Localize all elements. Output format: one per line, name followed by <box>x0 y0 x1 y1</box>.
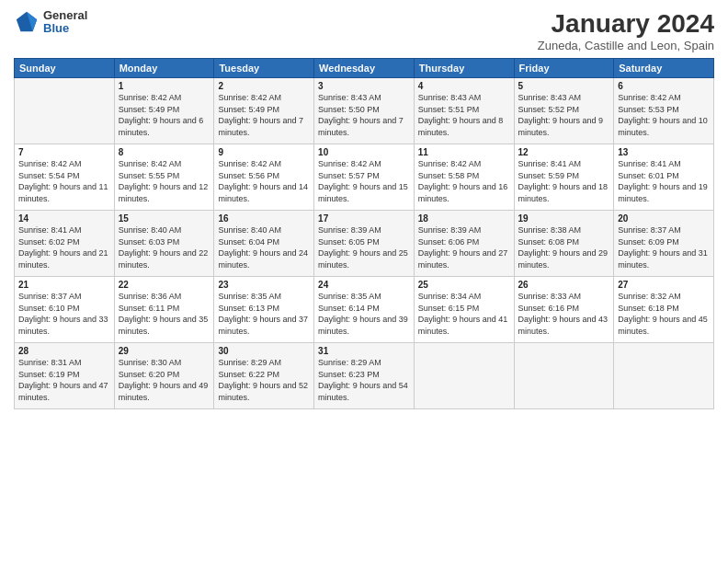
location: Zuneda, Castille and Leon, Spain <box>538 39 714 52</box>
day-number: 20 <box>618 213 710 224</box>
cell-text: Sunrise: 8:32 AMSunset: 6:18 PMDaylight:… <box>618 291 710 337</box>
day-number: 3 <box>318 81 410 91</box>
cell-text: Sunrise: 8:31 AMSunset: 6:19 PMDaylight:… <box>18 357 110 403</box>
cell-text: Sunrise: 8:39 AMSunset: 6:06 PMDaylight:… <box>418 224 510 270</box>
calendar-week-row: 21Sunrise: 8:37 AMSunset: 6:10 PMDayligh… <box>15 277 714 343</box>
day-number: 17 <box>318 213 410 224</box>
cell-text: Sunrise: 8:36 AMSunset: 6:11 PMDaylight:… <box>119 291 210 337</box>
calendar-cell: 2Sunrise: 8:42 AMSunset: 5:49 PMDaylight… <box>214 78 314 144</box>
cell-text: Sunrise: 8:33 AMSunset: 6:16 PMDaylight:… <box>518 291 610 337</box>
day-number: 6 <box>618 81 710 91</box>
page: General Blue January 2024 Zuneda, Castil… <box>0 0 728 563</box>
cell-text: Sunrise: 8:43 AMSunset: 5:50 PMDaylight:… <box>318 92 410 138</box>
day-number: 15 <box>119 213 210 224</box>
calendar-cell: 17Sunrise: 8:39 AMSunset: 6:05 PMDayligh… <box>314 211 415 277</box>
calendar-cell: 11Sunrise: 8:42 AMSunset: 5:58 PMDayligh… <box>414 144 514 211</box>
calendar-cell: 31Sunrise: 8:29 AMSunset: 6:23 PMDayligh… <box>314 343 415 409</box>
day-number: 31 <box>318 346 410 356</box>
calendar-cell: 15Sunrise: 8:40 AMSunset: 6:03 PMDayligh… <box>114 211 214 277</box>
day-number: 4 <box>418 81 510 91</box>
calendar-week-row: 1Sunrise: 8:42 AMSunset: 5:49 PMDaylight… <box>15 78 714 144</box>
weekday-header: Sunday <box>15 59 115 78</box>
calendar-cell <box>15 78 115 144</box>
cell-text: Sunrise: 8:35 AMSunset: 6:13 PMDaylight:… <box>218 291 310 337</box>
cell-text: Sunrise: 8:41 AMSunset: 5:59 PMDaylight:… <box>518 158 610 204</box>
calendar-cell: 20Sunrise: 8:37 AMSunset: 6:09 PMDayligh… <box>614 211 714 277</box>
day-number: 13 <box>618 147 710 157</box>
calendar-week-row: 14Sunrise: 8:41 AMSunset: 6:02 PMDayligh… <box>15 211 714 277</box>
cell-text: Sunrise: 8:42 AMSunset: 5:53 PMDaylight:… <box>618 92 710 138</box>
calendar-cell: 30Sunrise: 8:29 AMSunset: 6:22 PMDayligh… <box>214 343 314 409</box>
calendar-cell: 5Sunrise: 8:43 AMSunset: 5:52 PMDaylight… <box>514 78 614 144</box>
cell-text: Sunrise: 8:37 AMSunset: 6:10 PMDaylight:… <box>18 291 110 337</box>
calendar-cell: 29Sunrise: 8:30 AMSunset: 6:20 PMDayligh… <box>114 343 214 409</box>
day-number: 9 <box>218 147 310 157</box>
calendar-cell <box>414 343 514 409</box>
cell-text: Sunrise: 8:29 AMSunset: 6:23 PMDaylight:… <box>318 357 410 403</box>
day-number: 21 <box>18 280 110 290</box>
day-number: 11 <box>418 147 510 157</box>
day-number: 2 <box>218 81 310 91</box>
weekday-header: Monday <box>114 59 214 78</box>
calendar-cell: 9Sunrise: 8:42 AMSunset: 5:56 PMDaylight… <box>214 144 314 211</box>
calendar-cell: 16Sunrise: 8:40 AMSunset: 6:04 PMDayligh… <box>214 211 314 277</box>
logo-text: General Blue <box>43 9 87 36</box>
day-number: 14 <box>18 213 110 224</box>
calendar-table: SundayMondayTuesdayWednesdayThursdayFrid… <box>14 58 714 409</box>
calendar-cell <box>514 343 614 409</box>
cell-text: Sunrise: 8:42 AMSunset: 5:54 PMDaylight:… <box>18 158 110 204</box>
cell-text: Sunrise: 8:42 AMSunset: 5:55 PMDaylight:… <box>119 158 210 204</box>
day-number: 22 <box>119 280 210 290</box>
day-number: 27 <box>618 280 710 290</box>
logo: General Blue <box>14 9 87 36</box>
calendar-cell: 18Sunrise: 8:39 AMSunset: 6:06 PMDayligh… <box>414 211 514 277</box>
day-number: 24 <box>318 280 410 290</box>
day-number: 23 <box>218 280 310 290</box>
cell-text: Sunrise: 8:34 AMSunset: 6:15 PMDaylight:… <box>418 291 510 337</box>
calendar-cell: 1Sunrise: 8:42 AMSunset: 5:49 PMDaylight… <box>114 78 214 144</box>
calendar-cell: 24Sunrise: 8:35 AMSunset: 6:14 PMDayligh… <box>314 277 415 343</box>
cell-text: Sunrise: 8:40 AMSunset: 6:04 PMDaylight:… <box>218 224 310 270</box>
calendar-cell: 6Sunrise: 8:42 AMSunset: 5:53 PMDaylight… <box>614 78 714 144</box>
weekday-header: Friday <box>514 59 614 78</box>
calendar-cell: 10Sunrise: 8:42 AMSunset: 5:57 PMDayligh… <box>314 144 415 211</box>
cell-text: Sunrise: 8:35 AMSunset: 6:14 PMDaylight:… <box>318 291 410 337</box>
cell-text: Sunrise: 8:42 AMSunset: 5:49 PMDaylight:… <box>218 92 310 138</box>
calendar-cell <box>614 343 714 409</box>
day-number: 25 <box>418 280 510 290</box>
calendar-cell: 19Sunrise: 8:38 AMSunset: 6:08 PMDayligh… <box>514 211 614 277</box>
cell-text: Sunrise: 8:38 AMSunset: 6:08 PMDaylight:… <box>518 224 610 270</box>
weekday-header: Saturday <box>614 59 714 78</box>
day-number: 28 <box>18 346 110 356</box>
weekday-header: Wednesday <box>314 59 415 78</box>
weekday-header: Thursday <box>414 59 514 78</box>
day-number: 8 <box>119 147 210 157</box>
cell-text: Sunrise: 8:41 AMSunset: 6:01 PMDaylight:… <box>618 158 710 204</box>
cell-text: Sunrise: 8:30 AMSunset: 6:20 PMDaylight:… <box>119 357 210 403</box>
logo-general-text: General <box>43 9 87 22</box>
calendar-cell: 25Sunrise: 8:34 AMSunset: 6:15 PMDayligh… <box>414 277 514 343</box>
calendar-week-row: 28Sunrise: 8:31 AMSunset: 6:19 PMDayligh… <box>15 343 714 409</box>
calendar-cell: 27Sunrise: 8:32 AMSunset: 6:18 PMDayligh… <box>614 277 714 343</box>
day-number: 30 <box>218 346 310 356</box>
calendar-cell: 22Sunrise: 8:36 AMSunset: 6:11 PMDayligh… <box>114 277 214 343</box>
header: General Blue January 2024 Zuneda, Castil… <box>14 9 714 52</box>
day-number: 5 <box>518 81 610 91</box>
day-number: 1 <box>119 81 210 91</box>
month-title: January 2024 <box>538 9 714 39</box>
cell-text: Sunrise: 8:40 AMSunset: 6:03 PMDaylight:… <box>119 224 210 270</box>
calendar-cell: 3Sunrise: 8:43 AMSunset: 5:50 PMDaylight… <box>314 78 415 144</box>
day-number: 19 <box>518 213 610 224</box>
day-number: 26 <box>518 280 610 290</box>
calendar-cell: 28Sunrise: 8:31 AMSunset: 6:19 PMDayligh… <box>15 343 115 409</box>
day-number: 18 <box>418 213 510 224</box>
cell-text: Sunrise: 8:43 AMSunset: 5:51 PMDaylight:… <box>418 92 510 138</box>
day-number: 12 <box>518 147 610 157</box>
calendar-cell: 26Sunrise: 8:33 AMSunset: 6:16 PMDayligh… <box>514 277 614 343</box>
calendar-cell: 21Sunrise: 8:37 AMSunset: 6:10 PMDayligh… <box>15 277 115 343</box>
title-section: January 2024 Zuneda, Castille and Leon, … <box>538 9 714 52</box>
logo-blue-text: Blue <box>43 22 87 35</box>
day-number: 16 <box>218 213 310 224</box>
calendar-cell: 8Sunrise: 8:42 AMSunset: 5:55 PMDaylight… <box>114 144 214 211</box>
calendar-week-row: 7Sunrise: 8:42 AMSunset: 5:54 PMDaylight… <box>15 144 714 211</box>
